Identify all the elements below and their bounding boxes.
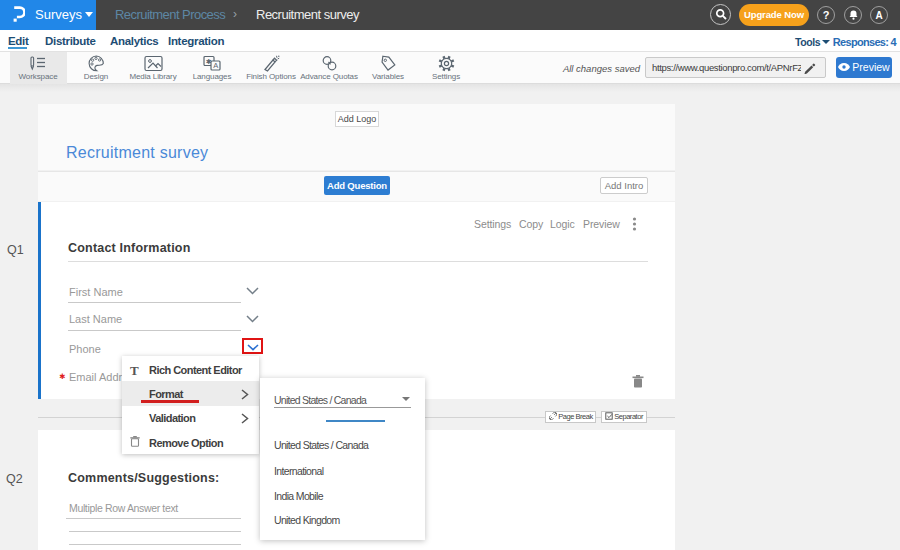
svg-text:A: A xyxy=(213,61,218,70)
